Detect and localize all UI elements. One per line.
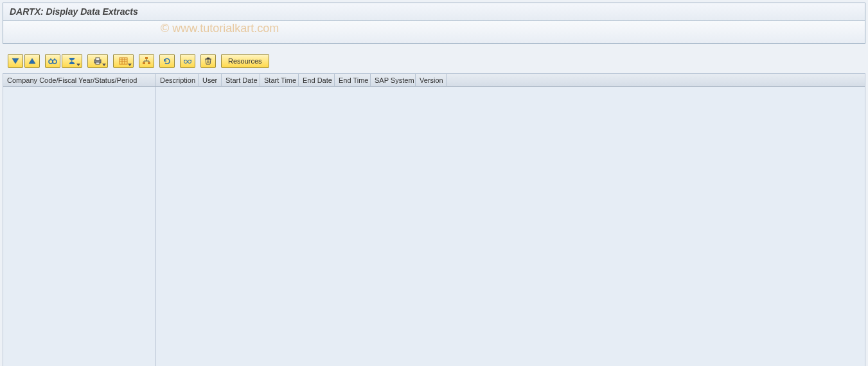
- svg-rect-10: [145, 57, 148, 59]
- column-header[interactable]: SAP System: [371, 74, 416, 86]
- title-bar: DARTX: Display Data Extracts: [3, 3, 865, 21]
- toolbar-group-resources: Resources: [221, 54, 269, 68]
- grid-body: [3, 87, 865, 366]
- refresh-button[interactable]: [159, 54, 175, 68]
- column-header[interactable]: Version: [416, 74, 447, 86]
- toolbar-group-hierarchy: [139, 54, 154, 68]
- printer-icon: [93, 57, 102, 65]
- svg-point-13: [184, 60, 188, 64]
- collapse-all-button[interactable]: [24, 54, 40, 68]
- sigma-icon: [68, 57, 76, 65]
- svg-point-14: [188, 60, 191, 64]
- column-header[interactable]: Start Date: [222, 74, 260, 86]
- svg-point-0: [49, 60, 53, 64]
- dropdown-indicator-icon: [76, 64, 80, 66]
- detail-button[interactable]: [180, 54, 195, 68]
- sum-button[interactable]: [62, 54, 82, 68]
- hierarchy-button[interactable]: [139, 54, 154, 68]
- column-header[interactable]: Company Code/Fiscal Year/Status/Period: [3, 74, 156, 86]
- content-area: Company Code/Fiscal Year/Status/PeriodDe…: [3, 73, 865, 366]
- column-header[interactable]: End Date: [299, 74, 335, 86]
- column-header[interactable]: User: [199, 74, 222, 86]
- layout-button[interactable]: [113, 54, 134, 68]
- column-header-filler: [447, 74, 865, 86]
- svg-rect-4: [96, 62, 100, 64]
- toolbar-group-layout: [113, 54, 134, 68]
- resources-label: Resources: [228, 57, 262, 65]
- page-title: DARTX: Display Data Extracts: [10, 6, 138, 17]
- column-header[interactable]: End Time: [335, 74, 371, 86]
- svg-rect-12: [148, 62, 150, 64]
- glasses-icon: [183, 57, 192, 65]
- binoculars-icon: [48, 57, 57, 65]
- resources-button[interactable]: Resources: [221, 54, 269, 68]
- toolbar-group-print: [87, 54, 108, 68]
- column-header[interactable]: Start Time: [260, 74, 299, 86]
- svg-rect-5: [120, 58, 127, 64]
- toolbar-group-search: [45, 54, 82, 68]
- grid-layout-icon: [119, 57, 128, 65]
- column-header[interactable]: Description: [156, 74, 199, 86]
- collapse-all-icon: [28, 57, 37, 65]
- toolbar-group-expand: [8, 54, 40, 68]
- svg-point-1: [53, 60, 57, 64]
- data-panel[interactable]: [156, 87, 865, 366]
- print-button[interactable]: [87, 54, 108, 68]
- menu-bar: [3, 21, 865, 44]
- tree-panel[interactable]: [3, 87, 156, 366]
- svg-rect-11: [143, 62, 145, 64]
- delete-button[interactable]: [200, 54, 216, 68]
- expand-all-icon: [11, 57, 20, 65]
- trash-icon: [204, 57, 212, 65]
- find-button[interactable]: [45, 54, 60, 68]
- refresh-icon: [163, 57, 172, 65]
- dropdown-indicator-icon: [102, 64, 106, 66]
- toolbar: Resources: [3, 51, 865, 71]
- svg-rect-3: [96, 58, 100, 60]
- dropdown-indicator-icon: [128, 64, 132, 66]
- toolbar-group-delete: [200, 54, 216, 68]
- grid-header: Company Code/Fiscal Year/Status/PeriodDe…: [3, 74, 865, 87]
- expand-all-button[interactable]: [8, 54, 23, 68]
- hierarchy-icon: [142, 57, 151, 65]
- toolbar-group-detail: [180, 54, 195, 68]
- toolbar-group-nav: [159, 54, 175, 68]
